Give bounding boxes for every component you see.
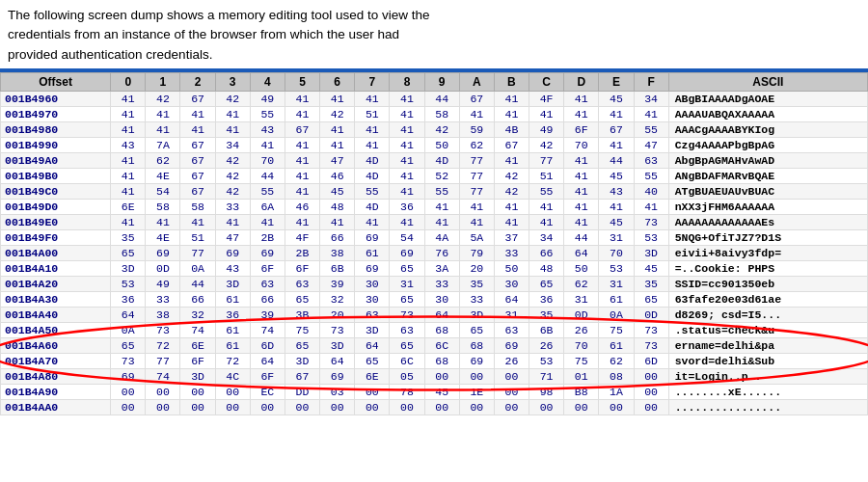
cell-byte: 41 bbox=[424, 199, 459, 214]
cell-byte: 67 bbox=[599, 121, 634, 137]
table-row: 001B49F0354E51472B4F6669544A5A3734443153… bbox=[1, 229, 868, 245]
cell-byte: 64 bbox=[355, 337, 390, 353]
cell-byte: 41 bbox=[355, 214, 390, 229]
cell-byte: 55 bbox=[634, 168, 668, 183]
cell-ascii: 5NQG+OfiTJZ7?D1S bbox=[668, 229, 867, 245]
cell-byte: 36 bbox=[215, 307, 250, 322]
cell-byte: 69 bbox=[355, 260, 390, 276]
cell-byte: 41 bbox=[564, 183, 599, 199]
cell-byte: 49 bbox=[529, 121, 564, 137]
cell-byte: 44 bbox=[250, 168, 285, 183]
cell-byte: 33 bbox=[215, 199, 250, 214]
intro-line2: credentials from an instance of the brow… bbox=[8, 25, 860, 44]
cell-byte: 66 bbox=[320, 229, 355, 245]
cell-byte: 41 bbox=[459, 199, 494, 214]
cell-byte: 76 bbox=[424, 245, 459, 260]
cell-byte: 69 bbox=[494, 337, 529, 353]
hex-table-body: 001B49604142674249414141414467414F414534… bbox=[1, 91, 868, 415]
table-row: 001B4A0065697769692B3861697679336664703D… bbox=[1, 245, 868, 260]
cell-ascii: eivii+8aivy3fdp= bbox=[668, 245, 867, 260]
cell-byte: 74 bbox=[180, 322, 215, 337]
cell-byte: 35 bbox=[111, 229, 146, 245]
cell-byte: 41 bbox=[390, 121, 424, 137]
cell-byte: 4F bbox=[285, 229, 319, 245]
cell-byte: 00 bbox=[459, 399, 494, 415]
cell-byte: 69 bbox=[250, 245, 285, 260]
cell-byte: 3D bbox=[355, 322, 390, 337]
cell-byte: 64 bbox=[250, 353, 285, 368]
cell-byte: 41 bbox=[564, 214, 599, 229]
cell-byte: 67 bbox=[180, 137, 215, 152]
table-row: 001B4A103D0D0A436F6F6B69653A205048505345… bbox=[1, 260, 868, 276]
table-row: 001B4A4064383236393B206373643D31350D0A0D… bbox=[1, 307, 868, 322]
table-row: 001B4A7073776F72643D64656C6869265375626D… bbox=[1, 353, 868, 368]
cell-byte: 4B bbox=[494, 121, 529, 137]
cell-byte: 41 bbox=[564, 168, 599, 183]
cell-byte: 69 bbox=[215, 245, 250, 260]
cell-byte: 31 bbox=[599, 229, 634, 245]
cell-byte: 3D bbox=[634, 245, 668, 260]
cell-ascii: ATgBUAEUAUvBUAC bbox=[668, 183, 867, 199]
cell-offset: 001B49B0 bbox=[1, 168, 111, 183]
cell-byte: 41 bbox=[390, 91, 424, 106]
cell-byte: 41 bbox=[494, 91, 529, 106]
cell-byte: 61 bbox=[355, 245, 390, 260]
cell-byte: 41 bbox=[390, 214, 424, 229]
cell-byte: 67 bbox=[180, 91, 215, 106]
table-row: 001B49E041414141414141414141414141414573… bbox=[1, 214, 868, 229]
cell-byte: 70 bbox=[564, 337, 599, 353]
cell-byte: 45 bbox=[320, 183, 355, 199]
cell-byte: 41 bbox=[564, 199, 599, 214]
cell-byte: 00 bbox=[250, 399, 285, 415]
cell-byte: 31 bbox=[564, 291, 599, 307]
cell-byte: 0D bbox=[146, 260, 180, 276]
cell-byte: 68 bbox=[424, 322, 459, 337]
cell-byte: 39 bbox=[320, 276, 355, 291]
cell-byte: 41 bbox=[494, 106, 529, 121]
cell-offset: 001B4A80 bbox=[1, 368, 111, 384]
cell-byte: 49 bbox=[146, 276, 180, 291]
cell-byte: 4D bbox=[355, 199, 390, 214]
cell-byte: 61 bbox=[599, 291, 634, 307]
cell-byte: 00 bbox=[459, 368, 494, 384]
cell-byte: 42 bbox=[494, 183, 529, 199]
cell-byte: 42 bbox=[215, 152, 250, 168]
cell-byte: 64 bbox=[494, 291, 529, 307]
cell-byte: 6D bbox=[250, 337, 285, 353]
cell-byte: 73 bbox=[634, 214, 668, 229]
cell-byte: 63 bbox=[355, 307, 390, 322]
cell-byte: 69 bbox=[146, 245, 180, 260]
cell-byte: 41 bbox=[250, 137, 285, 152]
cell-ascii: AAAAUABQAXAAAAA bbox=[668, 106, 867, 121]
cell-byte: 4F bbox=[529, 91, 564, 106]
cell-byte: 41 bbox=[599, 137, 634, 152]
cell-byte: 35 bbox=[529, 307, 564, 322]
cell-byte: 72 bbox=[215, 353, 250, 368]
cell-byte: 55 bbox=[250, 106, 285, 121]
cell-byte: 62 bbox=[459, 137, 494, 152]
cell-byte: 44 bbox=[180, 276, 215, 291]
cell-byte: 77 bbox=[459, 168, 494, 183]
cell-offset: 001B4A50 bbox=[1, 322, 111, 337]
cell-byte: 75 bbox=[564, 353, 599, 368]
cell-byte: 45 bbox=[599, 91, 634, 106]
cell-byte: 41 bbox=[390, 168, 424, 183]
cell-byte: 48 bbox=[320, 199, 355, 214]
cell-byte: 69 bbox=[355, 229, 390, 245]
cell-ascii: =..Cookie: PHPS bbox=[668, 260, 867, 276]
cell-byte: 33 bbox=[146, 291, 180, 307]
header-7: 7 bbox=[355, 72, 390, 91]
table-row: 001B4990437A6734414141414150626742704147… bbox=[1, 137, 868, 152]
cell-byte: 61 bbox=[215, 337, 250, 353]
cell-byte: 55 bbox=[355, 183, 390, 199]
cell-byte: 66 bbox=[529, 245, 564, 260]
cell-byte: 41 bbox=[285, 106, 319, 121]
cell-byte: 73 bbox=[390, 307, 424, 322]
cell-byte: 41 bbox=[285, 214, 319, 229]
cell-ascii: ername=delhi&pa bbox=[668, 337, 867, 353]
cell-byte: 6D bbox=[634, 353, 668, 368]
cell-byte: 69 bbox=[459, 353, 494, 368]
cell-byte: 45 bbox=[424, 384, 459, 399]
cell-ascii: svord=delhi&Sub bbox=[668, 353, 867, 368]
cell-byte: 53 bbox=[599, 260, 634, 276]
